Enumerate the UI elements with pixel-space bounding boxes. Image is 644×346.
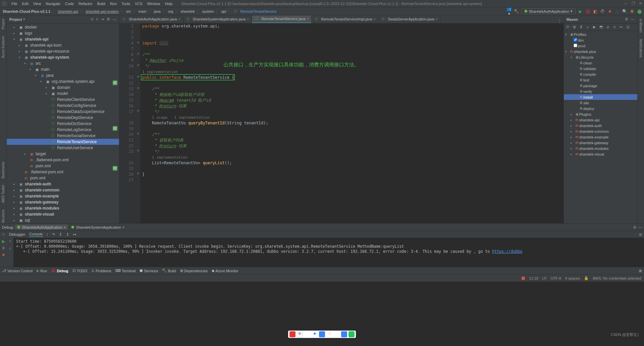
tree-api-system[interactable]: sharetek-api-system: [30, 55, 69, 60]
inlay-hint[interactable]: 1 implementation: [142, 70, 178, 74]
tree-file[interactable]: RemoteClientService: [57, 97, 95, 102]
layout-icon[interactable]: ⊞: [639, 232, 642, 237]
search-icon[interactable]: 🔍: [622, 9, 627, 14]
build-icon[interactable]: 🔨: [514, 9, 519, 14]
crumb[interactable]: sharetek-api-system: [85, 9, 119, 13]
os-icon[interactable]: 中: [297, 331, 303, 337]
aws-toolkit-button[interactable]: AWS Toolkit: [1, 185, 5, 203]
tree-java[interactable]: java: [46, 73, 54, 78]
maven-goal[interactable]: compile: [583, 72, 596, 76]
crumb[interactable]: org: [167, 9, 174, 13]
maven-module[interactable]: sharetek-gateway: [579, 141, 608, 145]
maven-tool-button[interactable]: m Maven: [639, 19, 643, 33]
tree-visual[interactable]: sharetek-visual: [25, 212, 54, 217]
profile-prod[interactable]: prod: [578, 44, 585, 48]
close-icon[interactable]: ×: [374, 17, 376, 21]
os-icon[interactable]: [289, 331, 296, 337]
tree-docker[interactable]: docker: [25, 25, 37, 30]
maven-module[interactable]: sharetek-visual: [579, 152, 604, 156]
users-icon[interactable]: 👥▾: [506, 7, 512, 16]
crumb[interactable]: main: [138, 9, 147, 13]
profile-prod-check[interactable]: [574, 44, 577, 47]
tree-file[interactable]: pom.xml: [30, 176, 45, 180]
tree-file[interactable]: RemoteUserService: [57, 146, 93, 150]
close-window-icon[interactable]: ✕: [639, 1, 642, 6]
maven-module[interactable]: sharetek-modules: [579, 147, 608, 151]
crumb[interactable]: system: [202, 9, 215, 13]
version-control-button[interactable]: ⎇Version Control: [2, 269, 33, 273]
tree-api-resource[interactable]: sharetek-api-resource: [30, 49, 69, 54]
maven-tree[interactable]: ▾▣Profiles dev prod ▾msharetek-plus ▾▣Li…: [564, 31, 637, 223]
maven-module[interactable]: sharetek-common: [579, 129, 609, 133]
crumb[interactable]: sharetek-api: [57, 9, 79, 13]
step-over-icon[interactable]: ↷: [52, 232, 55, 237]
dependencies-button[interactable]: ⊞Dependencies: [180, 269, 208, 273]
download-icon[interactable]: ⬇: [579, 25, 583, 29]
console-output[interactable]: Start time: 87509565219600 +-[ Offset: 0…: [13, 238, 644, 267]
tree-file[interactable]: pom.xml: [36, 164, 51, 168]
crumb[interactable]: sharetek: [180, 9, 196, 13]
os-icon[interactable]: [334, 331, 340, 337]
azure-monitor-button[interactable]: ◆Azure Monitor: [212, 269, 238, 273]
add-icon[interactable]: +: [585, 25, 590, 29]
close-icon[interactable]: ×: [307, 17, 309, 21]
generate-icon[interactable]: ⊞: [572, 25, 577, 29]
code-content[interactable]: package org.sharetek.system.api; import …: [140, 23, 564, 223]
notifications-button[interactable]: Notifications: [639, 39, 643, 57]
error-link[interactable]: https://dubbo: [492, 249, 522, 254]
crumb[interactable]: src: [125, 9, 132, 13]
debugger-tab[interactable]: Debugger: [9, 232, 25, 236]
tree-file[interactable]: RemoteDataScopeService: [57, 109, 104, 114]
bookmarks-button[interactable]: Bookmarks: [1, 162, 5, 178]
menu-code[interactable]: Code: [63, 1, 76, 6]
terminal-button[interactable]: ⌨Terminal: [115, 269, 136, 273]
tree-file[interactable]: RemoteConfigService: [57, 103, 96, 108]
tree-file[interactable]: RemoteSocialService: [57, 133, 96, 138]
run-config-selector[interactable]: ⬢ SharetekAuthApplication ▾: [521, 8, 576, 14]
ide-update-icon[interactable]: ⬤: [637, 9, 642, 14]
os-icon[interactable]: [304, 331, 310, 337]
menu-view[interactable]: View: [31, 1, 43, 6]
resume-icon[interactable]: ▶: [2, 239, 5, 244]
crumb-root[interactable]: Sharetek-Cloud-Plus-v2.1.1: [2, 9, 51, 13]
tree-src[interactable]: src: [36, 61, 41, 66]
maven-module[interactable]: sharetek-example: [579, 135, 608, 139]
tree-target[interactable]: target: [36, 152, 46, 156]
menu-navigate[interactable]: Navigate: [44, 1, 62, 6]
maven-goal-install[interactable]: install: [583, 95, 593, 99]
tree-auth[interactable]: sharetek-auth: [25, 182, 51, 186]
skip-tests-icon[interactable]: ⦸: [612, 25, 617, 29]
tree-gateway[interactable]: sharetek-gateway: [25, 200, 59, 205]
tree-package[interactable]: org.sharetek.system.api: [52, 79, 94, 84]
tree-file[interactable]: RemoteDeptService: [57, 115, 93, 120]
maven-goal[interactable]: deploy: [583, 107, 594, 111]
status-encoding[interactable]: UTF-8: [551, 276, 561, 280]
run-goal-icon[interactable]: ▶: [592, 25, 597, 29]
step-out-icon[interactable]: ↥: [66, 232, 69, 237]
hide-icon[interactable]: —: [638, 225, 642, 230]
tree-sql[interactable]: sql: [25, 218, 30, 223]
menu-file[interactable]: File: [9, 1, 19, 6]
tree-model[interactable]: model: [57, 91, 68, 96]
project-tree[interactable]: ▣docker ▣logs ▣sharetek-api ▣sharetek-ap…: [7, 23, 119, 223]
hide-icon[interactable]: —: [113, 17, 116, 21]
close-icon[interactable]: ×: [436, 17, 438, 21]
console-tab[interactable]: Console: [29, 232, 43, 237]
services-button[interactable]: ⬢Services: [140, 269, 158, 273]
close-icon[interactable]: ×: [178, 17, 180, 21]
event-log-icon[interactable]: ▣: [639, 269, 642, 273]
crumb[interactable]: api: [221, 9, 227, 13]
status-lf[interactable]: LF: [542, 276, 547, 280]
tree-api[interactable]: sharetek-api: [25, 37, 49, 42]
menu-build[interactable]: Build: [95, 1, 107, 6]
close-icon[interactable]: ×: [64, 225, 66, 229]
maven-goal[interactable]: verify: [583, 90, 592, 94]
execute-icon[interactable]: ⬒: [599, 25, 603, 29]
tab[interactable]: ©SharetekAuthApplication.java×: [119, 15, 183, 23]
settings-icon[interactable]: ⚙: [633, 225, 637, 230]
maven-module[interactable]: sharetek-api: [579, 118, 600, 122]
settings-icon[interactable]: ⚙: [629, 9, 635, 14]
coverage-icon[interactable]: ◧: [592, 9, 598, 14]
menu-edit[interactable]: Edit: [20, 1, 31, 6]
profile-dev[interactable]: dev: [578, 38, 584, 42]
